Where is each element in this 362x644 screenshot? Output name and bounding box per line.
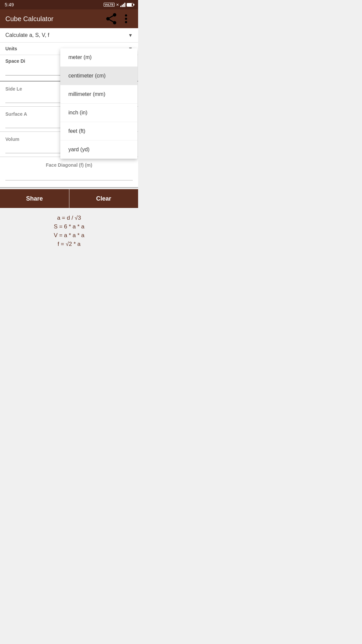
calculate-dropdown-text: Calculate a, S, V, f [5,32,49,38]
app-bar-actions [105,12,133,25]
formulas-section: a = d / √3 S = 6 * a * a V = a * a * a f… [0,208,138,256]
units-dropdown-overlay: meter (m) centimeter (cm) millimeter (mm… [60,48,137,159]
calculate-dropdown[interactable]: Calculate a, S, V, f ▼ [0,28,138,43]
status-bar: 5:49 VoLTE ✕ [0,0,138,9]
calc-dropdown-arrow: ▼ [128,33,133,38]
formula-line-4: f = √2 * a [5,241,133,248]
volte-badge: VoLTE [104,3,115,7]
status-time: 5:49 [5,2,14,7]
battery-icon [127,3,133,7]
formula-line-2: S = 6 * a * a [5,223,133,230]
main-content: Calculate a, S, V, f ▼ Units ▼ Space Di … [0,28,138,188]
share-icon-button[interactable] [105,12,118,25]
unit-option-millimeter[interactable]: millimeter (mm) [60,85,137,104]
unit-option-inch[interactable]: inch (in) [60,104,137,122]
status-icons: VoLTE ✕ [104,2,133,7]
unit-option-yard[interactable]: yard (yd) [60,141,137,159]
unit-option-meter[interactable]: meter (m) [60,48,137,67]
face-diagonal-label: Face Diagonal (f) (m) [5,162,133,168]
signal-icon [120,2,125,7]
clear-button[interactable]: Clear [69,189,138,208]
button-row: Share Clear [0,189,138,208]
share-button[interactable]: Share [0,189,69,208]
formula-line-1: a = d / √3 [5,215,133,221]
face-diagonal-value [5,171,133,180]
units-label: Units [5,46,17,51]
app-title: Cube Calculator [5,15,53,23]
x-indicator: ✕ [116,3,119,7]
formula-line-3: V = a * a * a [5,232,133,239]
more-options-button[interactable] [119,12,133,25]
unit-option-feet[interactable]: feet (ft) [60,122,137,141]
app-bar: Cube Calculator [0,9,138,28]
face-diagonal-section: Face Diagonal (f) (m) [0,158,138,188]
unit-option-centimeter[interactable]: centimeter (cm) [60,67,137,85]
